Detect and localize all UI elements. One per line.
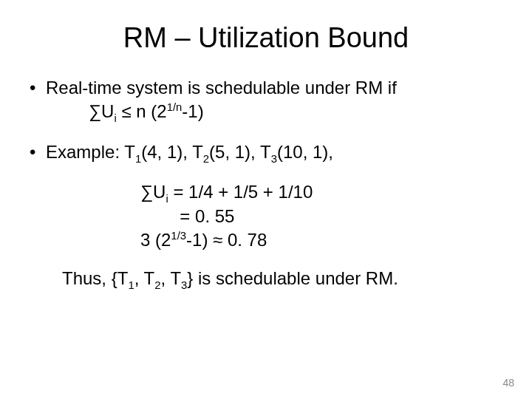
t: (4, 1), T bbox=[141, 142, 203, 162]
t: -1) ≈ 0. 78 bbox=[186, 230, 267, 250]
conclusion-line: Thus, {T1, T2, T3} is schedulable under … bbox=[30, 267, 502, 290]
t: Example: T bbox=[46, 142, 135, 162]
calculation-block: ∑Ui = 1/4 + 1/5 + 1/10 = 0. 55 3 (21/3-1… bbox=[30, 180, 502, 252]
t: = 1/4 + 1/5 + 1/10 bbox=[168, 182, 313, 202]
t: ∑U bbox=[89, 101, 114, 121]
t: (5, 1), T bbox=[209, 142, 271, 162]
sub: 2 bbox=[154, 279, 160, 291]
slide: RM – Utilization Bound • Real-time syste… bbox=[0, 0, 532, 399]
bound-line: 3 (21/3-1) ≈ 0. 78 bbox=[140, 228, 502, 252]
sub: 2 bbox=[203, 153, 209, 165]
t: , T bbox=[161, 268, 182, 288]
t: = 0. 55 bbox=[140, 206, 234, 226]
t: , T bbox=[134, 268, 155, 288]
t: 3 (2 bbox=[140, 230, 171, 250]
bullet-text: Example: T1(4, 1), T2(5, 1), T3(10, 1), bbox=[46, 140, 502, 164]
sub: 3 bbox=[271, 153, 277, 165]
bullet-dot: • bbox=[30, 76, 46, 124]
t: ≤ n (2 bbox=[117, 101, 167, 121]
t: ∑U bbox=[140, 182, 166, 202]
sup: 1/n bbox=[167, 101, 183, 113]
t: } is schedulable under RM. bbox=[187, 268, 398, 288]
bullet-dot: • bbox=[30, 140, 46, 164]
t: Thus, {T bbox=[62, 268, 128, 288]
sub: 1 bbox=[128, 279, 134, 291]
sup: 1/3 bbox=[171, 230, 186, 242]
sum-line: ∑Ui = 1/4 + 1/5 + 1/10 bbox=[140, 180, 502, 204]
t: (10, 1), bbox=[277, 142, 333, 162]
bullet-text: Real-time system is schedulable under RM… bbox=[46, 76, 502, 124]
slide-content: • Real-time system is schedulable under … bbox=[30, 76, 502, 291]
formula-line: ∑Ui ≤ n (21/n-1) bbox=[46, 101, 204, 121]
text: Real-time system is schedulable under RM… bbox=[46, 78, 397, 98]
sub: 1 bbox=[135, 153, 141, 165]
page-number: 48 bbox=[502, 377, 514, 389]
result-line: = 0. 55 bbox=[140, 205, 502, 228]
t: -1) bbox=[182, 101, 203, 121]
slide-title: RM – Utilization Bound bbox=[30, 22, 502, 54]
bullet-schedulability-condition: • Real-time system is schedulable under … bbox=[30, 76, 502, 124]
bullet-example: • Example: T1(4, 1), T2(5, 1), T3(10, 1)… bbox=[30, 140, 502, 164]
